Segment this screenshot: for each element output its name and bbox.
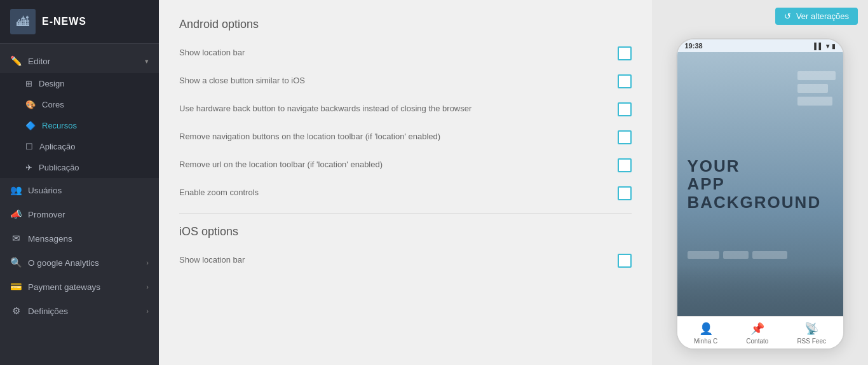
- analytics-icon: 🔍: [10, 257, 22, 268]
- cores-icon: 🎨: [25, 100, 36, 109]
- option-label-show-location-bar: Show location bar: [179, 45, 607, 59]
- placeholder-block-3: [797, 97, 832, 106]
- phone-body: YOURAPPBACKGROUND: [677, 52, 843, 316]
- option-enable-zoom: Enable zoom controls: [179, 185, 632, 200]
- option-label-ios-show-location-bar: Show location bar: [179, 252, 607, 266]
- mensagens-icon: ✉: [10, 233, 22, 244]
- status-icons: ▌▌ ▾ ▮: [814, 43, 835, 50]
- signal-icon: ▌▌: [814, 43, 823, 50]
- usuarios-icon: 👥: [10, 184, 22, 196]
- option-label-hardware-back: Use hardware back button to navigate bac…: [179, 101, 607, 115]
- bottom-placeholders: [688, 251, 787, 259]
- sidebar-item-promover[interactable]: 📣 Promover: [0, 202, 159, 226]
- sidebar-item-payment-gateways[interactable]: 💳 Payment gateways ›: [0, 275, 159, 299]
- sidebar-item-cores[interactable]: 🎨 Cores: [0, 94, 159, 115]
- option-show-close-button: Show a close button similar to iOS: [179, 73, 632, 88]
- option-show-location-bar: Show location bar: [179, 45, 632, 60]
- hero-placeholders: [797, 71, 836, 106]
- main-content: Android options Show location bar Show a…: [159, 0, 652, 365]
- ios-section-title: iOS options: [179, 225, 632, 238]
- design-icon: ⊞: [25, 79, 32, 88]
- chevron-right-icon-2: ›: [146, 283, 149, 291]
- refresh-icon: ↺: [784, 11, 791, 21]
- phone-status-bar: 19:38 ▌▌ ▾ ▮: [677, 39, 843, 52]
- chevron-right-icon-3: ›: [146, 307, 149, 315]
- recursos-icon: 🔷: [25, 121, 36, 130]
- nav-bar-item-minha[interactable]: 👤 Minha C: [694, 322, 717, 345]
- sidebar-subnav: ⊞ Design 🎨 Cores 🔷 Recursos ☐ Aplicação …: [0, 73, 159, 178]
- promover-icon: 📣: [10, 209, 22, 220]
- wifi-icon: ▾: [826, 43, 829, 50]
- sidebar-item-google-analytics[interactable]: 🔍 O google Analytics ›: [0, 251, 159, 275]
- option-label-remove-nav-buttons: Remove navigation buttons on the locatio…: [179, 129, 607, 143]
- status-time: 19:38: [685, 42, 703, 50]
- phone-mockup: 19:38 ▌▌ ▾ ▮ YOURAPPBACKGROUND: [676, 38, 844, 350]
- bottom-ph-2: [723, 251, 749, 259]
- bottom-ph-1: [688, 251, 719, 259]
- sidebar: 🏙 E-NEWS ✏️ Editor ▾ ⊞ Design 🎨 Cores 🔷 …: [0, 0, 159, 365]
- sidebar-item-recursos[interactable]: 🔷 Recursos: [0, 115, 159, 136]
- checkbox-enable-zoom[interactable]: [618, 186, 632, 200]
- chevron-down-icon: ▾: [145, 57, 149, 65]
- chevron-right-icon: ›: [146, 259, 149, 266]
- option-label-show-close-button: Show a close button similar to iOS: [179, 73, 607, 87]
- option-label-enable-zoom: Enable zoom controls: [179, 185, 607, 199]
- nav-bar-item-rss[interactable]: 📡 RSS Feec: [797, 322, 826, 345]
- payment-icon: 💳: [10, 281, 22, 293]
- sidebar-nav: ✏️ Editor ▾ ⊞ Design 🎨 Cores 🔷 Recursos …: [0, 44, 159, 365]
- city-silhouette: [677, 265, 843, 316]
- sidebar-item-definicoes[interactable]: ⚙ Definições ›: [0, 299, 159, 323]
- sidebar-item-usuarios[interactable]: 👥 Usuários: [0, 178, 159, 202]
- sidebar-item-mensagens[interactable]: ✉ Mensagens: [0, 226, 159, 251]
- checkbox-remove-url[interactable]: [618, 158, 632, 172]
- app-name: E-NEWS: [42, 16, 86, 27]
- bottom-ph-3: [752, 251, 787, 259]
- minha-icon: 👤: [699, 322, 713, 336]
- sidebar-item-design[interactable]: ⊞ Design: [0, 73, 159, 94]
- contato-icon: 📌: [750, 322, 764, 336]
- sidebar-header: 🏙 E-NEWS: [0, 0, 159, 44]
- definicoes-icon: ⚙: [10, 305, 22, 317]
- checkbox-show-location-bar[interactable]: [618, 46, 632, 60]
- option-label-remove-url: Remove url on the location toolbar (if '…: [179, 157, 607, 171]
- sidebar-item-publicacao[interactable]: ✈ Publicação: [0, 157, 159, 178]
- aplicacao-icon: ☐: [25, 142, 33, 151]
- phone-nav-bar: 👤 Minha C 📌 Contato 📡 RSS Feec: [677, 316, 843, 348]
- preview-panel: ↺ Ver alterações 19:38 ▌▌ ▾ ▮ YOURAPPBAC…: [652, 0, 868, 365]
- app-logo: 🏙: [10, 9, 36, 34]
- option-remove-url: Remove url on the location toolbar (if '…: [179, 157, 632, 172]
- placeholder-block-2: [797, 84, 828, 93]
- ver-alteracoes-button[interactable]: ↺ Ver alterações: [775, 8, 858, 25]
- nav-bar-item-contato[interactable]: 📌 Contato: [746, 322, 768, 345]
- sidebar-item-aplicacao[interactable]: ☐ Aplicação: [0, 136, 159, 157]
- sidebar-item-editor[interactable]: ✏️ Editor ▾: [0, 49, 159, 73]
- battery-icon: ▮: [832, 43, 836, 50]
- placeholder-block-1: [797, 71, 836, 80]
- checkbox-ios-show-location-bar[interactable]: [618, 254, 632, 268]
- checkbox-remove-nav-buttons[interactable]: [618, 130, 632, 144]
- hero-text: YOURAPPBACKGROUND: [688, 157, 822, 212]
- phone-hero: YOURAPPBACKGROUND: [677, 52, 843, 316]
- option-ios-show-location-bar: Show location bar: [179, 252, 632, 268]
- section-divider: [179, 213, 632, 214]
- checkbox-hardware-back[interactable]: [618, 102, 632, 116]
- option-hardware-back: Use hardware back button to navigate bac…: [179, 101, 632, 116]
- option-remove-nav-buttons: Remove navigation buttons on the locatio…: [179, 129, 632, 144]
- rss-icon: 📡: [804, 322, 818, 336]
- editor-icon: ✏️: [10, 55, 22, 67]
- android-section-title: Android options: [179, 18, 632, 31]
- publicacao-icon: ✈: [25, 163, 32, 172]
- checkbox-show-close-button[interactable]: [618, 74, 632, 88]
